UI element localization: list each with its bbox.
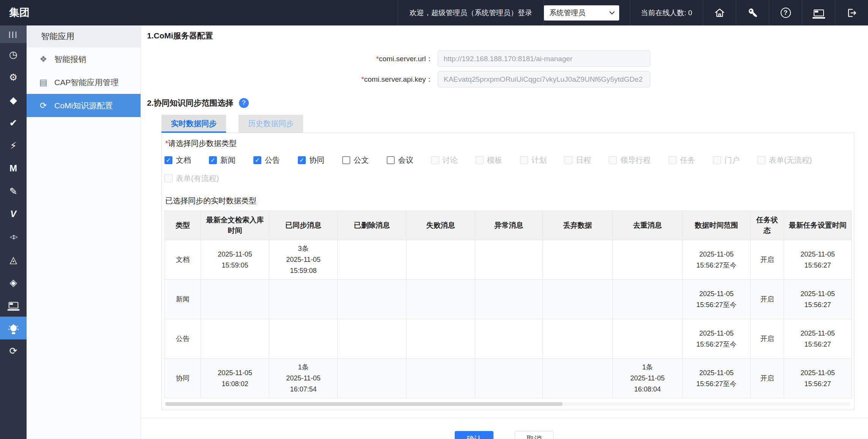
letter-v-icon: V bbox=[10, 209, 16, 219]
cell bbox=[269, 319, 338, 359]
help-circle-icon[interactable] bbox=[239, 98, 249, 108]
cell bbox=[338, 280, 406, 319]
rail-item-sync[interactable]: ⟳ bbox=[0, 339, 27, 362]
checkbox-schedule: 日程 bbox=[564, 155, 591, 165]
cell bbox=[475, 359, 543, 398]
sidebar-item-comi-knowledge[interactable]: ⟳ CoMi知识源配置 bbox=[27, 94, 141, 117]
table-row: 文档 2025-11-05 15:59:05 3条 2025-11-05 15:… bbox=[165, 240, 852, 280]
table-row: 新闻 2025-11-05 15:56:27至今 开启 2025-11-05 1… bbox=[165, 280, 852, 319]
checkbox-official-doc[interactable]: 公文 bbox=[342, 155, 369, 165]
rail-item-vision[interactable]: ◬ bbox=[0, 248, 27, 271]
checkbox-disabled-icon bbox=[564, 156, 572, 164]
checkbox-news[interactable]: 新闻 bbox=[209, 155, 236, 165]
rail-item-cube[interactable]: ◈ bbox=[0, 271, 27, 294]
cell: 开启 bbox=[751, 319, 784, 359]
checkbox-checked-icon bbox=[164, 156, 172, 164]
cell: 2025-11-05 15:56:27至今 bbox=[683, 240, 751, 280]
rail-item-menu[interactable]: ||| bbox=[0, 25, 27, 43]
comi-server-api-key-input bbox=[438, 71, 650, 87]
checkbox-label: 新闻 bbox=[220, 155, 236, 165]
home-button[interactable] bbox=[703, 0, 736, 25]
comi-server-url-input bbox=[438, 51, 650, 67]
cell bbox=[338, 359, 406, 398]
cell bbox=[543, 319, 613, 359]
rail-item-security[interactable]: ✔ bbox=[0, 111, 27, 134]
rail-item-terminal[interactable] bbox=[0, 294, 27, 317]
role-select-value: 系统管理员 bbox=[549, 8, 585, 18]
sidebar-title: 智能应用 bbox=[27, 25, 141, 48]
cell bbox=[406, 240, 475, 280]
checkbox-docs[interactable]: 文档 bbox=[164, 155, 191, 165]
checkbox-checked-icon bbox=[209, 156, 217, 164]
cell: 2025-11-05 15:59:05 bbox=[201, 240, 269, 280]
horizontal-scrollbar-thumb[interactable] bbox=[165, 402, 563, 406]
checkbox-label: 表单(无流程) bbox=[769, 155, 812, 165]
welcome-text: 欢迎，超级管理员（系统管理员）登录 bbox=[398, 0, 544, 25]
cell: 1条 2025-11-05 16:07:54 bbox=[269, 359, 338, 398]
cell bbox=[543, 280, 613, 319]
checkbox-label: 表单(有流程) bbox=[176, 173, 219, 184]
sidebar-item-label: CoMi知识源配置 bbox=[54, 100, 113, 111]
checkbox-collaboration[interactable]: 协同 bbox=[298, 155, 324, 165]
rail-item-smart-apps[interactable] bbox=[0, 317, 27, 339]
logout-icon bbox=[846, 8, 857, 18]
sidebar-item-label: CAP智能应用管理 bbox=[54, 77, 119, 88]
rail-item-v-module[interactable]: V bbox=[0, 203, 27, 225]
rail-item-package[interactable]: ◆ bbox=[0, 89, 27, 111]
cell bbox=[475, 240, 543, 280]
confirm-button[interactable]: 确认 bbox=[455, 431, 493, 439]
logout-button[interactable] bbox=[835, 0, 868, 25]
sidebar: 智能应用 ❖ 智能报销 ▤ CAP智能应用管理 ⟳ CoMi知识源配置 bbox=[27, 25, 141, 439]
checkbox-announcement[interactable]: 公告 bbox=[253, 155, 280, 165]
field-label-api-key: *comi.server.api.key： bbox=[147, 74, 438, 84]
sidebar-item-cap-management[interactable]: ▤ CAP智能应用管理 bbox=[27, 71, 141, 94]
field-label-api-key-text: comi.server.api.key： bbox=[364, 75, 433, 83]
field-label-url: *comi.server.url： bbox=[147, 54, 438, 64]
column-header: 数据时间范围 bbox=[683, 211, 751, 240]
cell: 2025-11-05 15:56:27 bbox=[784, 319, 852, 359]
checkbox-form-no-flow: 表单(无流程) bbox=[757, 155, 812, 165]
column-header: 任务状态 bbox=[751, 211, 784, 240]
password-button[interactable] bbox=[736, 0, 769, 25]
rail-item-m-module[interactable]: M bbox=[0, 157, 27, 180]
rail-item-dev[interactable]: ◁▷ bbox=[0, 225, 27, 248]
role-select[interactable]: 系统管理员 bbox=[544, 5, 619, 21]
required-mark: * bbox=[165, 139, 168, 147]
form-row-api-key: *comi.server.api.key： bbox=[147, 71, 861, 87]
menu-columns-icon: ||| bbox=[9, 30, 18, 38]
section2-title-text: 2.协同知识同步范围选择 bbox=[147, 98, 234, 108]
checkbox-leader-schedule: 领导行程 bbox=[609, 155, 651, 165]
checkbox-label: 文档 bbox=[176, 155, 191, 165]
cell: 开启 bbox=[751, 280, 784, 319]
checkbox-portal: 门户 bbox=[713, 155, 740, 165]
rail-item-performance[interactable]: ⚡ bbox=[0, 134, 27, 157]
help-button[interactable] bbox=[769, 0, 802, 25]
cell: 文档 bbox=[165, 240, 201, 280]
checkbox-disabled-icon bbox=[757, 156, 765, 164]
horizontal-scrollbar bbox=[165, 402, 851, 406]
checkbox-group-title: *请选择同步数据类型 bbox=[165, 138, 851, 149]
tab-realtime-sync[interactable]: 实时数据同步 bbox=[161, 115, 226, 133]
cell bbox=[338, 240, 406, 280]
role-select-cell: 系统管理员 bbox=[544, 0, 630, 25]
cell bbox=[543, 359, 613, 398]
cell bbox=[613, 240, 683, 280]
column-header: 丢弃数据 bbox=[543, 211, 613, 240]
console-button[interactable] bbox=[802, 0, 835, 25]
checkbox-label: 协同 bbox=[309, 155, 324, 165]
table-header-row: 类型 最新全文检索入库时间 已同步消息 已删除消息 失败消息 异常消息 丢弃数据… bbox=[165, 211, 852, 240]
rail-item-settings[interactable]: ⚙ bbox=[0, 66, 27, 89]
cancel-button[interactable]: 取消 bbox=[515, 431, 553, 439]
rail-item-feather[interactable]: ✎ bbox=[0, 180, 27, 203]
top-bar: 集团 欢迎，超级管理员（系统管理员）登录 系统管理员 当前在线人数: 0 bbox=[0, 0, 868, 25]
column-header: 去重消息 bbox=[613, 211, 683, 240]
checkbox-meeting[interactable]: 会议 bbox=[387, 155, 413, 165]
checkbox-checked-icon bbox=[253, 156, 261, 164]
checkbox-label: 模板 bbox=[487, 155, 502, 165]
hexagon-bolt-icon: ⚡ bbox=[10, 140, 17, 151]
column-header: 失败消息 bbox=[406, 211, 475, 240]
tab-history-sync[interactable]: 历史数据同步 bbox=[239, 115, 303, 133]
checkbox-label: 门户 bbox=[724, 155, 740, 165]
sidebar-item-smart-expense[interactable]: ❖ 智能报销 bbox=[27, 48, 141, 71]
rail-item-dashboard[interactable]: ◷ bbox=[0, 43, 27, 66]
